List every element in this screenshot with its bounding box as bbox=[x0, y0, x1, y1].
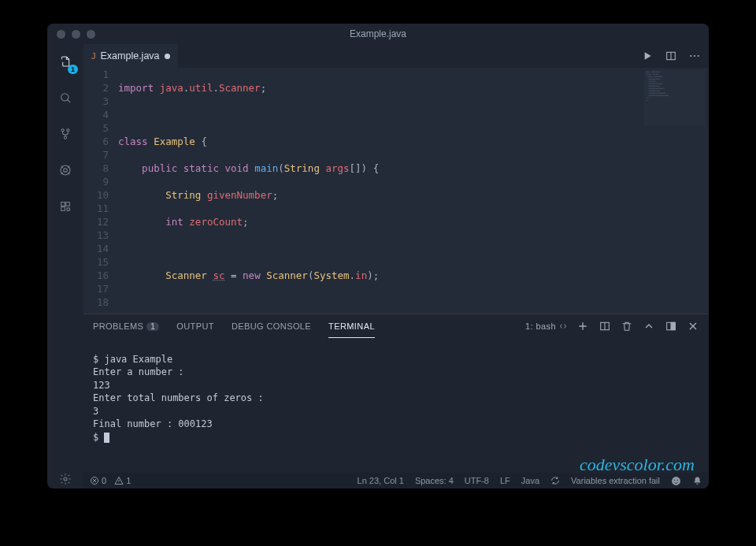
titlebar: Example.java bbox=[47, 24, 709, 44]
app-window: Example.java 1 bbox=[47, 24, 709, 488]
status-errors[interactable]: 0 bbox=[90, 476, 106, 485]
status-eol[interactable]: LF bbox=[500, 476, 510, 485]
svg-point-12 bbox=[690, 55, 691, 57]
minimap[interactable]: ▬▬▬ ▬▬▬▬▬▬ ▬▬▬▬ ▬▬▬▬ ▬▬▬▬ ▬▬▬▬▬▬ ▬▬▬▬▬▬▬… bbox=[644, 69, 706, 126]
tab-problems[interactable]: PROBLEMS1 bbox=[93, 314, 159, 338]
terminal-cursor bbox=[104, 433, 109, 443]
svg-rect-9 bbox=[67, 208, 69, 210]
editor-tabs: J Example.java bbox=[83, 44, 709, 68]
svg-point-3 bbox=[64, 136, 66, 139]
code-content[interactable]: import java.util.Scanner; class Example … bbox=[118, 68, 709, 314]
java-file-icon: J bbox=[91, 51, 96, 61]
source-control-icon[interactable] bbox=[56, 124, 75, 143]
svg-rect-17 bbox=[671, 322, 675, 329]
settings-icon[interactable] bbox=[56, 470, 75, 488]
bell-icon[interactable] bbox=[692, 476, 702, 486]
dirty-indicator-icon bbox=[165, 54, 170, 59]
panel-chevron-up-icon[interactable] bbox=[643, 320, 655, 332]
svg-rect-6 bbox=[61, 202, 65, 206]
svg-point-5 bbox=[64, 169, 68, 173]
svg-point-14 bbox=[698, 55, 699, 57]
terminal[interactable]: $ java Example Enter a number : 123 Ente… bbox=[83, 338, 709, 473]
debug-icon[interactable] bbox=[56, 161, 75, 180]
explorer-icon[interactable]: 1 bbox=[56, 52, 75, 71]
status-spaces[interactable]: Spaces: 4 bbox=[415, 476, 454, 485]
svg-point-1 bbox=[61, 129, 64, 132]
status-sync-icon[interactable] bbox=[550, 476, 560, 485]
svg-rect-8 bbox=[61, 207, 65, 211]
status-language[interactable]: Java bbox=[521, 476, 539, 485]
status-warnings[interactable]: 1 bbox=[114, 476, 131, 485]
search-icon[interactable] bbox=[56, 88, 75, 107]
extensions-icon[interactable] bbox=[56, 197, 75, 216]
terminal-shell-select[interactable]: 1: bash bbox=[525, 321, 567, 331]
svg-point-2 bbox=[67, 129, 69, 132]
svg-point-21 bbox=[677, 479, 678, 480]
status-bar: 0 1 Ln 23, Col 1 Spaces: 4 UTF-8 LF Java… bbox=[83, 473, 709, 488]
split-editor-icon[interactable] bbox=[665, 50, 677, 62]
more-icon[interactable] bbox=[688, 50, 701, 62]
maximize-panel-icon[interactable] bbox=[665, 320, 677, 332]
new-terminal-icon[interactable] bbox=[576, 320, 589, 332]
tab-label: Example.java bbox=[101, 50, 160, 61]
editor[interactable]: 123 456 789 101112 131415 161718 1920 21… bbox=[83, 68, 709, 314]
svg-rect-7 bbox=[66, 202, 70, 206]
line-gutter: 123 456 789 101112 131415 161718 1920 21 bbox=[83, 68, 118, 314]
split-terminal-icon[interactable] bbox=[598, 320, 611, 332]
svg-point-19 bbox=[672, 477, 680, 485]
svg-point-0 bbox=[61, 94, 69, 101]
svg-point-10 bbox=[64, 477, 67, 481]
explorer-badge: 1 bbox=[68, 65, 78, 74]
bottom-panel: PROBLEMS1 OUTPUT DEBUG CONSOLE TERMINAL … bbox=[83, 314, 709, 473]
activity-bar: 1 bbox=[47, 44, 83, 488]
run-icon[interactable] bbox=[641, 50, 654, 62]
svg-point-20 bbox=[674, 479, 675, 480]
tab-example-java[interactable]: J Example.java bbox=[83, 44, 178, 68]
tab-output[interactable]: OUTPUT bbox=[176, 314, 214, 338]
svg-point-13 bbox=[694, 55, 695, 57]
tab-debug-console[interactable]: DEBUG CONSOLE bbox=[232, 314, 311, 338]
status-lncol[interactable]: Ln 23, Col 1 bbox=[358, 476, 404, 485]
feedback-icon[interactable] bbox=[671, 476, 681, 486]
status-encoding[interactable]: UTF-8 bbox=[465, 476, 489, 485]
tab-terminal[interactable]: TERMINAL bbox=[328, 314, 375, 338]
watermark: codevscolor.com bbox=[580, 459, 695, 472]
window-title: Example.java bbox=[47, 28, 709, 39]
kill-terminal-icon[interactable] bbox=[621, 320, 633, 332]
status-extension[interactable]: Variables extraction fail bbox=[571, 476, 660, 485]
close-panel-icon[interactable] bbox=[687, 320, 699, 332]
